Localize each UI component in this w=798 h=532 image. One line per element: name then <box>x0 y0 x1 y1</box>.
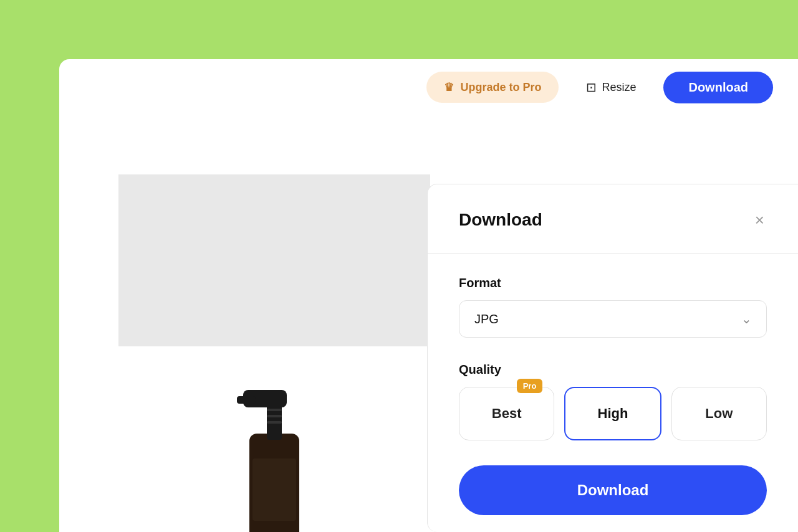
svg-rect-7 <box>252 458 296 521</box>
resize-button[interactable]: ⊡ Resize <box>569 71 653 103</box>
quality-low-button[interactable]: Low <box>671 387 767 440</box>
format-select-wrapper: JPG PNG PDF SVG ⌄ <box>459 300 767 338</box>
canvas-background-top <box>118 174 430 346</box>
canvas-area <box>118 174 430 532</box>
resize-icon: ⊡ <box>586 80 597 95</box>
quality-high-label: High <box>598 406 628 421</box>
format-label: Format <box>459 276 767 290</box>
canvas-background-bottom <box>118 346 430 532</box>
quality-best-label: Best <box>492 406 522 421</box>
download-header-button[interactable]: Download <box>663 72 773 103</box>
quality-high-button[interactable]: High <box>564 387 661 440</box>
download-action-button[interactable]: Download <box>459 465 767 515</box>
quality-label: Quality <box>459 363 767 377</box>
download-panel: Download × Format JPG PNG PDF SVG ⌄ Qual… <box>427 184 798 532</box>
quality-best-button[interactable]: Pro Best <box>459 387 554 440</box>
quality-low-label: Low <box>705 406 733 421</box>
panel-title: Download <box>459 210 542 230</box>
svg-rect-4 <box>267 409 282 411</box>
product-image <box>224 359 324 532</box>
quality-buttons: Pro Best High Low <box>459 387 767 440</box>
crown-icon: ♛ <box>444 80 454 94</box>
format-section: Format JPG PNG PDF SVG ⌄ <box>459 276 767 338</box>
upgrade-to-pro-button[interactable]: ♛ Upgrade to Pro <box>426 72 559 103</box>
pro-badge: Pro <box>517 379 543 393</box>
svg-rect-6 <box>267 421 282 424</box>
topbar: ♛ Upgrade to Pro ⊡ Resize Download <box>0 59 798 115</box>
upgrade-label: Upgrade to Pro <box>460 81 541 94</box>
main-container: Download × Format JPG PNG PDF SVG ⌄ Qual… <box>59 59 798 532</box>
panel-header: Download × <box>459 209 767 230</box>
quality-section: Quality Pro Best High Low <box>459 363 767 440</box>
resize-label: Resize <box>602 81 636 94</box>
divider <box>428 253 798 254</box>
svg-rect-5 <box>267 415 282 417</box>
svg-rect-3 <box>237 396 256 404</box>
format-select[interactable]: JPG PNG PDF SVG <box>459 300 767 338</box>
close-button[interactable]: × <box>752 209 767 230</box>
